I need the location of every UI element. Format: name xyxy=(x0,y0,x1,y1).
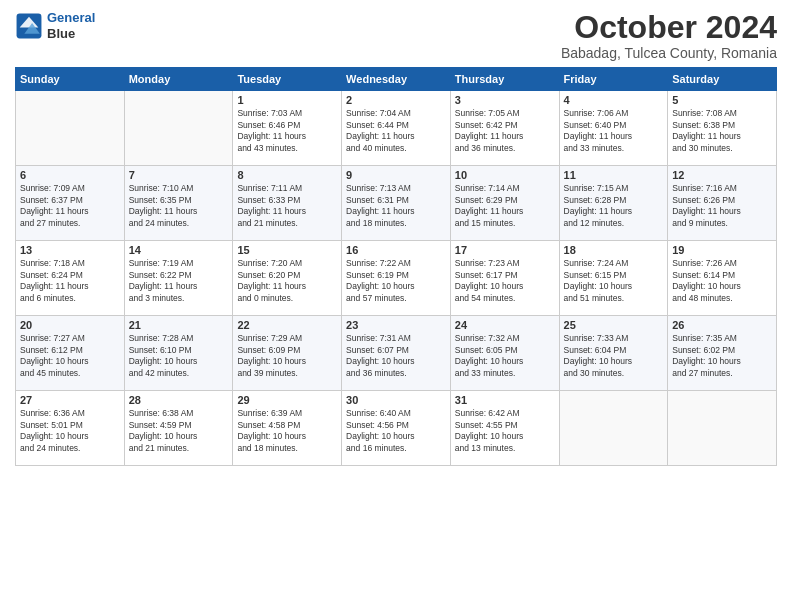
day-number: 16 xyxy=(346,244,446,256)
day-number: 28 xyxy=(129,394,229,406)
day-number: 6 xyxy=(20,169,120,181)
day-info: Sunrise: 7:27 AM Sunset: 6:12 PM Dayligh… xyxy=(20,333,120,379)
day-number: 7 xyxy=(129,169,229,181)
location-subtitle: Babadag, Tulcea County, Romania xyxy=(561,45,777,61)
logo-text: General Blue xyxy=(47,10,95,41)
day-number: 27 xyxy=(20,394,120,406)
day-info: Sunrise: 7:35 AM Sunset: 6:02 PM Dayligh… xyxy=(672,333,772,379)
day-info: Sunrise: 7:24 AM Sunset: 6:15 PM Dayligh… xyxy=(564,258,664,304)
logo-icon xyxy=(15,12,43,40)
week-row-1: 6Sunrise: 7:09 AM Sunset: 6:37 PM Daylig… xyxy=(16,166,777,241)
calendar-cell: 23Sunrise: 7:31 AM Sunset: 6:07 PM Dayli… xyxy=(342,316,451,391)
day-number: 14 xyxy=(129,244,229,256)
day-info: Sunrise: 7:13 AM Sunset: 6:31 PM Dayligh… xyxy=(346,183,446,229)
calendar-cell xyxy=(559,391,668,466)
day-number: 15 xyxy=(237,244,337,256)
day-info: Sunrise: 6:39 AM Sunset: 4:58 PM Dayligh… xyxy=(237,408,337,454)
day-info: Sunrise: 7:26 AM Sunset: 6:14 PM Dayligh… xyxy=(672,258,772,304)
header-day-friday: Friday xyxy=(559,68,668,91)
day-info: Sunrise: 7:09 AM Sunset: 6:37 PM Dayligh… xyxy=(20,183,120,229)
day-number: 12 xyxy=(672,169,772,181)
week-row-3: 20Sunrise: 7:27 AM Sunset: 6:12 PM Dayli… xyxy=(16,316,777,391)
day-info: Sunrise: 7:04 AM Sunset: 6:44 PM Dayligh… xyxy=(346,108,446,154)
week-row-0: 1Sunrise: 7:03 AM Sunset: 6:46 PM Daylig… xyxy=(16,91,777,166)
day-number: 9 xyxy=(346,169,446,181)
calendar-cell: 18Sunrise: 7:24 AM Sunset: 6:15 PM Dayli… xyxy=(559,241,668,316)
day-info: Sunrise: 7:10 AM Sunset: 6:35 PM Dayligh… xyxy=(129,183,229,229)
week-row-2: 13Sunrise: 7:18 AM Sunset: 6:24 PM Dayli… xyxy=(16,241,777,316)
calendar-cell: 29Sunrise: 6:39 AM Sunset: 4:58 PM Dayli… xyxy=(233,391,342,466)
header-day-monday: Monday xyxy=(124,68,233,91)
calendar-cell: 22Sunrise: 7:29 AM Sunset: 6:09 PM Dayli… xyxy=(233,316,342,391)
header: General Blue October 2024 Babadag, Tulce… xyxy=(15,10,777,61)
calendar-cell: 3Sunrise: 7:05 AM Sunset: 6:42 PM Daylig… xyxy=(450,91,559,166)
day-number: 24 xyxy=(455,319,555,331)
day-info: Sunrise: 7:20 AM Sunset: 6:20 PM Dayligh… xyxy=(237,258,337,304)
day-info: Sunrise: 6:36 AM Sunset: 5:01 PM Dayligh… xyxy=(20,408,120,454)
day-number: 13 xyxy=(20,244,120,256)
calendar-cell: 10Sunrise: 7:14 AM Sunset: 6:29 PM Dayli… xyxy=(450,166,559,241)
calendar-cell: 31Sunrise: 6:42 AM Sunset: 4:55 PM Dayli… xyxy=(450,391,559,466)
day-number: 17 xyxy=(455,244,555,256)
calendar-table: SundayMondayTuesdayWednesdayThursdayFrid… xyxy=(15,67,777,466)
day-number: 31 xyxy=(455,394,555,406)
day-info: Sunrise: 7:14 AM Sunset: 6:29 PM Dayligh… xyxy=(455,183,555,229)
calendar-cell: 24Sunrise: 7:32 AM Sunset: 6:05 PM Dayli… xyxy=(450,316,559,391)
day-number: 25 xyxy=(564,319,664,331)
day-number: 8 xyxy=(237,169,337,181)
day-number: 11 xyxy=(564,169,664,181)
header-day-tuesday: Tuesday xyxy=(233,68,342,91)
day-number: 19 xyxy=(672,244,772,256)
calendar-cell: 16Sunrise: 7:22 AM Sunset: 6:19 PM Dayli… xyxy=(342,241,451,316)
day-number: 10 xyxy=(455,169,555,181)
calendar-cell: 15Sunrise: 7:20 AM Sunset: 6:20 PM Dayli… xyxy=(233,241,342,316)
calendar-cell xyxy=(124,91,233,166)
calendar-cell: 30Sunrise: 6:40 AM Sunset: 4:56 PM Dayli… xyxy=(342,391,451,466)
header-day-thursday: Thursday xyxy=(450,68,559,91)
calendar-cell: 2Sunrise: 7:04 AM Sunset: 6:44 PM Daylig… xyxy=(342,91,451,166)
month-title: October 2024 xyxy=(561,10,777,45)
day-number: 3 xyxy=(455,94,555,106)
header-day-saturday: Saturday xyxy=(668,68,777,91)
day-info: Sunrise: 7:29 AM Sunset: 6:09 PM Dayligh… xyxy=(237,333,337,379)
day-number: 29 xyxy=(237,394,337,406)
day-info: Sunrise: 7:03 AM Sunset: 6:46 PM Dayligh… xyxy=(237,108,337,154)
calendar-cell xyxy=(668,391,777,466)
day-info: Sunrise: 7:31 AM Sunset: 6:07 PM Dayligh… xyxy=(346,333,446,379)
day-info: Sunrise: 7:18 AM Sunset: 6:24 PM Dayligh… xyxy=(20,258,120,304)
calendar-cell: 19Sunrise: 7:26 AM Sunset: 6:14 PM Dayli… xyxy=(668,241,777,316)
day-number: 5 xyxy=(672,94,772,106)
day-number: 20 xyxy=(20,319,120,331)
header-day-wednesday: Wednesday xyxy=(342,68,451,91)
day-info: Sunrise: 6:40 AM Sunset: 4:56 PM Dayligh… xyxy=(346,408,446,454)
day-info: Sunrise: 7:23 AM Sunset: 6:17 PM Dayligh… xyxy=(455,258,555,304)
calendar-cell: 9Sunrise: 7:13 AM Sunset: 6:31 PM Daylig… xyxy=(342,166,451,241)
header-day-sunday: Sunday xyxy=(16,68,125,91)
calendar-cell xyxy=(16,91,125,166)
calendar-cell: 4Sunrise: 7:06 AM Sunset: 6:40 PM Daylig… xyxy=(559,91,668,166)
day-number: 30 xyxy=(346,394,446,406)
day-number: 4 xyxy=(564,94,664,106)
day-info: Sunrise: 7:33 AM Sunset: 6:04 PM Dayligh… xyxy=(564,333,664,379)
day-info: Sunrise: 7:11 AM Sunset: 6:33 PM Dayligh… xyxy=(237,183,337,229)
calendar-cell: 28Sunrise: 6:38 AM Sunset: 4:59 PM Dayli… xyxy=(124,391,233,466)
day-info: Sunrise: 7:22 AM Sunset: 6:19 PM Dayligh… xyxy=(346,258,446,304)
calendar-cell: 12Sunrise: 7:16 AM Sunset: 6:26 PM Dayli… xyxy=(668,166,777,241)
day-number: 23 xyxy=(346,319,446,331)
day-info: Sunrise: 7:08 AM Sunset: 6:38 PM Dayligh… xyxy=(672,108,772,154)
calendar-cell: 7Sunrise: 7:10 AM Sunset: 6:35 PM Daylig… xyxy=(124,166,233,241)
day-info: Sunrise: 7:32 AM Sunset: 6:05 PM Dayligh… xyxy=(455,333,555,379)
day-number: 26 xyxy=(672,319,772,331)
day-info: Sunrise: 7:28 AM Sunset: 6:10 PM Dayligh… xyxy=(129,333,229,379)
calendar-cell: 26Sunrise: 7:35 AM Sunset: 6:02 PM Dayli… xyxy=(668,316,777,391)
logo: General Blue xyxy=(15,10,95,41)
calendar-cell: 17Sunrise: 7:23 AM Sunset: 6:17 PM Dayli… xyxy=(450,241,559,316)
day-number: 2 xyxy=(346,94,446,106)
day-info: Sunrise: 7:15 AM Sunset: 6:28 PM Dayligh… xyxy=(564,183,664,229)
day-number: 1 xyxy=(237,94,337,106)
calendar-cell: 20Sunrise: 7:27 AM Sunset: 6:12 PM Dayli… xyxy=(16,316,125,391)
calendar-cell: 5Sunrise: 7:08 AM Sunset: 6:38 PM Daylig… xyxy=(668,91,777,166)
day-info: Sunrise: 7:19 AM Sunset: 6:22 PM Dayligh… xyxy=(129,258,229,304)
title-block: October 2024 Babadag, Tulcea County, Rom… xyxy=(561,10,777,61)
header-row: SundayMondayTuesdayWednesdayThursdayFrid… xyxy=(16,68,777,91)
